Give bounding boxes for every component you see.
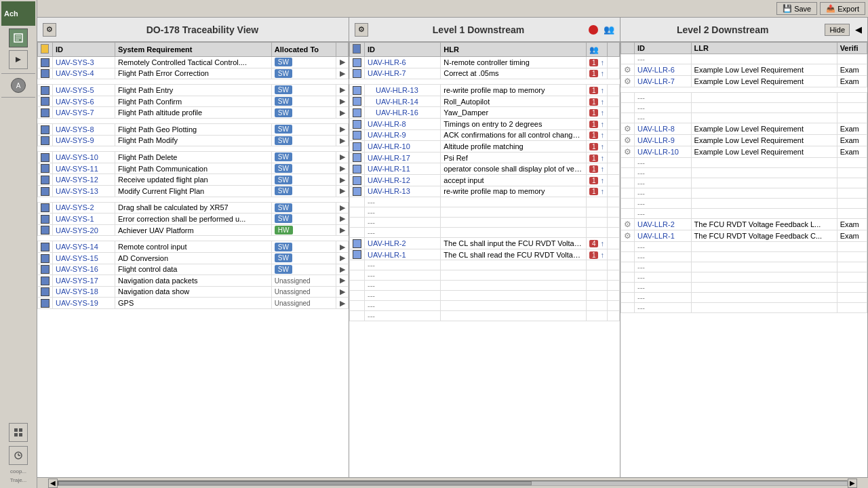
- allocated-cell: SW: [271, 152, 336, 163]
- row-id-cell[interactable]: UAV-SYS-1: [53, 214, 115, 225]
- mid-id-cell[interactable]: UAV-HLR-7: [365, 68, 441, 79]
- mid-expand-cell[interactable]: [608, 118, 620, 129]
- mid-id-cell[interactable]: UAV-HLR-1: [365, 249, 441, 260]
- sidebar-item-proj[interactable]: [9, 28, 28, 47]
- mid-id-cell[interactable]: UAV-HLR-16: [365, 107, 441, 119]
- mid-id-cell[interactable]: UAV-HLR-9: [365, 129, 441, 141]
- row-id-cell[interactable]: UAV-SYS-10: [53, 152, 115, 163]
- table-row: [38, 146, 349, 152]
- right-id-cell[interactable]: UAV-LLR-6: [635, 64, 692, 76]
- scroll-thumb[interactable]: [58, 481, 532, 485]
- mid-expand-cell[interactable]: [608, 107, 620, 119]
- hide-button[interactable]: Hide: [825, 24, 850, 36]
- sidebar-icon-tool2[interactable]: [9, 446, 28, 465]
- row-expand-cell[interactable]: ▶: [336, 264, 349, 275]
- panel-left-table-container[interactable]: ID System Requirement Allocated To UAV-S…: [37, 42, 349, 477]
- row-expand-cell[interactable]: ▶: [336, 152, 349, 163]
- right-id-cell[interactable]: UAV-LLR-10: [635, 146, 692, 158]
- panel-mid-person-icon[interactable]: 👥: [604, 24, 614, 35]
- panel-right-table-container[interactable]: ID LLR Verifi --- ⚙ UAV-LLR-6 Example Lo…: [620, 42, 867, 477]
- mid-id-cell[interactable]: UAV-HLR-11: [365, 163, 441, 175]
- right-id-cell[interactable]: UAV-LLR-7: [635, 76, 692, 87]
- row-expand-cell[interactable]: ▶: [336, 214, 349, 225]
- row-id-cell[interactable]: UAV-SYS-11: [53, 163, 115, 174]
- scroll-right-arrow[interactable]: ▶: [848, 479, 857, 488]
- panel-left-settings[interactable]: ⚙: [43, 23, 56, 37]
- row-id-cell[interactable]: UAV-SYS-6: [53, 96, 115, 107]
- row-id-cell[interactable]: UAV-SYS-7: [53, 107, 115, 119]
- row-expand-cell[interactable]: ▶: [336, 57, 349, 68]
- row-expand-cell[interactable]: ▶: [336, 96, 349, 107]
- save-button[interactable]: 💾 Save: [776, 2, 817, 15]
- mid-id-cell[interactable]: UAV-HLR-8: [365, 118, 441, 129]
- mid-id-cell[interactable]: UAV-HLR-17: [365, 152, 441, 163]
- panel-mid-settings[interactable]: ⚙: [355, 23, 368, 37]
- mid-expand-cell[interactable]: [608, 238, 620, 249]
- mid-expand-cell[interactable]: [608, 174, 620, 186]
- right-id-cell[interactable]: UAV-LLR-9: [635, 135, 692, 146]
- scroll-left-arrow[interactable]: ◀: [48, 479, 58, 488]
- sidebar-item-expand[interactable]: [9, 50, 28, 69]
- row-expand-cell[interactable]: ▶: [336, 202, 349, 214]
- row-id-cell[interactable]: UAV-SYS-12: [53, 174, 115, 186]
- mid-id-cell[interactable]: UAV-HLR-12: [365, 174, 441, 186]
- mid-expand-cell[interactable]: [608, 163, 620, 175]
- row-id-cell[interactable]: UAV-SYS-16: [53, 264, 115, 275]
- scroll-track[interactable]: [58, 481, 848, 486]
- row-id-cell[interactable]: UAV-SYS-3: [53, 57, 115, 68]
- col-icon: [38, 43, 53, 57]
- mid-expand-cell[interactable]: [608, 129, 620, 141]
- mid-id-cell[interactable]: UAV-HLR-2: [365, 238, 441, 249]
- table-row: [38, 197, 349, 202]
- row-expand-cell[interactable]: ▶: [336, 286, 349, 298]
- mid-expand-cell[interactable]: [608, 152, 620, 163]
- right-id-cell[interactable]: UAV-LLR-1: [635, 230, 692, 242]
- row-id-cell[interactable]: UAV-SYS-5: [53, 85, 115, 96]
- mid-id-cell[interactable]: UAV-HLR-14: [365, 96, 441, 107]
- row-id-cell[interactable]: UAV-SYS-14: [53, 241, 115, 253]
- row-id-cell[interactable]: UAV-SYS-20: [53, 224, 115, 236]
- mid-expand-cell[interactable]: [608, 141, 620, 152]
- mid-expand-cell[interactable]: [608, 68, 620, 79]
- row-id-cell[interactable]: UAV-SYS-8: [53, 123, 115, 135]
- mid-id-cell[interactable]: UAV-HLR-10: [365, 141, 441, 152]
- mid-id-cell[interactable]: UAV-HLR-6: [365, 57, 441, 68]
- horizontal-scrollbar[interactable]: ◀ ▶: [37, 477, 868, 488]
- mid-expand-cell[interactable]: [608, 96, 620, 107]
- row-expand-cell[interactable]: ▶: [336, 298, 349, 309]
- row-expand-cell[interactable]: ▶: [336, 68, 349, 79]
- row-expand-cell[interactable]: ▶: [336, 85, 349, 96]
- mid-expand-cell[interactable]: [608, 249, 620, 260]
- panel-right-collapse[interactable]: ◀: [855, 24, 862, 35]
- export-button[interactable]: 📤 Export: [820, 2, 865, 15]
- row-id-cell[interactable]: UAV-SYS-18: [53, 286, 115, 298]
- row-expand-cell[interactable]: ▶: [336, 275, 349, 287]
- row-expand-cell[interactable]: ▶: [336, 224, 349, 236]
- row-expand-cell[interactable]: ▶: [336, 123, 349, 135]
- mid-expand-cell[interactable]: [608, 85, 620, 96]
- row-expand-cell[interactable]: ▶: [336, 174, 349, 186]
- row-id-cell[interactable]: UAV-SYS-19: [53, 298, 115, 309]
- row-id-cell[interactable]: UAV-SYS-13: [53, 185, 115, 197]
- mid-id-cell[interactable]: UAV-HLR-13: [365, 186, 441, 197]
- sidebar-icon-tool1[interactable]: [9, 423, 28, 442]
- panel-mid-table-container[interactable]: ID HLR 👥 UAV-HLR-6 N-remote controller t…: [349, 42, 620, 477]
- right-id-cell[interactable]: UAV-LLR-2: [635, 219, 692, 230]
- row-id-cell[interactable]: UAV-SYS-17: [53, 275, 115, 287]
- mid-expand-cell[interactable]: [608, 57, 620, 68]
- row-expand-cell[interactable]: ▶: [336, 252, 349, 264]
- row-expand-cell[interactable]: ▶: [336, 135, 349, 146]
- right-id-cell[interactable]: UAV-LLR-8: [635, 123, 692, 135]
- mid-expand-cell[interactable]: [608, 186, 620, 197]
- row-id-cell[interactable]: UAV-SYS-4: [53, 68, 115, 79]
- row-id-cell[interactable]: UAV-SYS-9: [53, 135, 115, 146]
- row-id-cell[interactable]: UAV-SYS-15: [53, 252, 115, 264]
- mid-id-cell[interactable]: UAV-HLR-13: [365, 85, 441, 96]
- row-expand-cell[interactable]: ▶: [336, 163, 349, 174]
- row-expand-cell[interactable]: ▶: [336, 185, 349, 197]
- row-expand-cell[interactable]: ▶: [336, 241, 349, 253]
- table-row: ⚙ UAV-LLR-7 Example Low Level Requiremen…: [621, 76, 867, 87]
- row-id-cell[interactable]: UAV-SYS-2: [53, 202, 115, 214]
- sidebar-item-a[interactable]: A: [11, 78, 26, 93]
- row-expand-cell[interactable]: ▶: [336, 107, 349, 119]
